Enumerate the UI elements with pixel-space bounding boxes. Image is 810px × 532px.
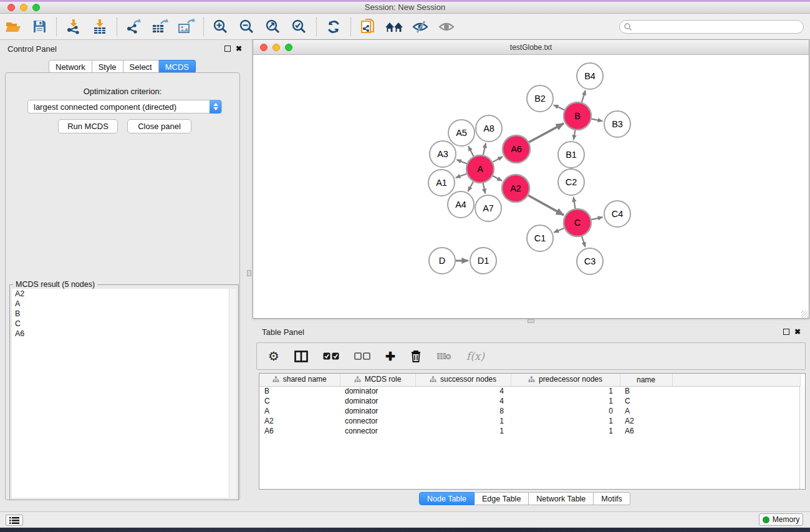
cell[interactable]: 1: [511, 386, 620, 396]
cell[interactable]: 0: [511, 406, 620, 416]
cell[interactable]: A6: [259, 426, 340, 436]
add-column-icon[interactable]: ✚: [385, 351, 395, 362]
task-history-button[interactable]: [6, 515, 23, 526]
result-item[interactable]: A: [12, 299, 229, 309]
close-panel-button[interactable]: Close panel: [127, 119, 191, 133]
zoom-in-icon[interactable]: [210, 17, 231, 37]
delete-table-icon[interactable]: [436, 352, 451, 360]
graph-node-A1[interactable]: A1: [428, 170, 455, 196]
splitter-handle-horizontal[interactable]: [528, 319, 534, 323]
network-window-titlebar[interactable]: testGlobe.txt: [253, 40, 809, 55]
zoom-selected-icon[interactable]: [289, 17, 310, 37]
open-session-icon[interactable]: [2, 17, 24, 37]
delete-column-trash-icon[interactable]: [410, 350, 422, 362]
cell[interactable]: 1: [415, 416, 511, 426]
table-row[interactable]: Adominator80A: [259, 406, 801, 416]
zoom-fit-icon[interactable]: [263, 17, 284, 37]
cell[interactable]: dominator: [340, 396, 415, 406]
splitter-handle-vertical[interactable]: [247, 270, 251, 276]
run-mcds-button[interactable]: Run MCDS: [58, 119, 118, 133]
window-resize-grip[interactable]: [801, 311, 808, 317]
graph-node-C4[interactable]: C4: [604, 201, 630, 227]
cell[interactable]: 4: [415, 386, 511, 396]
result-item[interactable]: C: [12, 319, 229, 329]
table-settings-gear-icon[interactable]: ⚙: [268, 350, 279, 362]
cell[interactable]: 1: [511, 416, 620, 426]
graph-node-B3[interactable]: B3: [604, 111, 630, 137]
graph-node-A8[interactable]: A8: [476, 115, 502, 142]
column-header-successor-nodes[interactable]: successor nodes: [415, 374, 511, 386]
graph-node-A7[interactable]: A7: [475, 195, 501, 221]
graph-node-A4[interactable]: A4: [448, 191, 474, 218]
graph-node-B2[interactable]: B2: [527, 85, 553, 112]
tab-node-table[interactable]: Node Table: [419, 492, 475, 505]
result-item[interactable]: B: [12, 309, 229, 319]
hide-eye-icon[interactable]: [410, 17, 431, 37]
cell[interactable]: A2: [259, 416, 340, 426]
cell[interactable]: A6: [620, 426, 672, 436]
import-table-icon[interactable]: [89, 17, 110, 37]
cell[interactable]: dominator: [340, 406, 415, 416]
cell[interactable]: 8: [415, 406, 511, 416]
search-input[interactable]: [619, 20, 804, 34]
optimization-criterion-select[interactable]: largest connected component (directed): [27, 100, 222, 114]
cell[interactable]: connector: [340, 416, 415, 426]
column-header-shared-name[interactable]: shared name: [259, 374, 340, 386]
column-header-mcds-role[interactable]: MCDS role: [340, 374, 415, 386]
table-row[interactable]: Bdominator41B: [259, 386, 801, 396]
tab-edge-table[interactable]: Edge Table: [475, 492, 529, 505]
memory-button[interactable]: Memory: [759, 513, 803, 526]
graph-node-C1[interactable]: C1: [527, 225, 553, 251]
graph-node-D[interactable]: D: [429, 248, 455, 274]
graph-node-B4[interactable]: B4: [577, 63, 603, 89]
result-scrollbar[interactable]: [229, 289, 236, 498]
new-network-from-selection-icon[interactable]: [357, 17, 378, 37]
graph-node-B[interactable]: B: [564, 102, 591, 130]
cell[interactable]: A: [259, 406, 340, 416]
cell[interactable]: 1: [511, 426, 620, 436]
home-icon[interactable]: [383, 17, 405, 37]
graph-node-D1[interactable]: D1: [470, 248, 496, 274]
cell[interactable]: 1: [511, 396, 620, 406]
tab-select[interactable]: Select: [123, 60, 159, 73]
tab-mcds[interactable]: MCDS: [159, 60, 196, 73]
cell[interactable]: 1: [415, 426, 511, 436]
column-header-predecessor-nodes[interactable]: predecessor nodes: [511, 374, 620, 386]
graph-node-A[interactable]: A: [466, 155, 494, 183]
cell[interactable]: 4: [415, 396, 511, 406]
graph-node-C2[interactable]: C2: [558, 169, 584, 195]
table-row[interactable]: A2connector11A2: [259, 416, 801, 426]
import-network-icon[interactable]: [63, 17, 84, 37]
network-canvas[interactable]: B4B2BB3A8A5A6A3B1AC2A1A2A4A7C4CC1C3DD1: [253, 55, 809, 318]
tab-network[interactable]: Network: [49, 60, 92, 73]
select-all-columns-icon[interactable]: [323, 352, 339, 360]
close-panel-icon[interactable]: ✖: [236, 46, 242, 52]
cell[interactable]: connector: [340, 426, 415, 436]
show-columns-icon[interactable]: [294, 351, 308, 362]
cell[interactable]: A: [620, 406, 672, 416]
zoom-out-icon[interactable]: [236, 17, 258, 37]
show-eye-icon[interactable]: [436, 17, 457, 37]
graph-node-C3[interactable]: C3: [577, 248, 603, 274]
result-item[interactable]: A6: [12, 329, 229, 339]
float-table-panel-icon[interactable]: [783, 329, 789, 335]
float-panel-icon[interactable]: [224, 46, 231, 52]
tab-motifs[interactable]: Motifs: [594, 492, 630, 505]
refresh-icon[interactable]: [323, 17, 344, 37]
graph-node-B1[interactable]: B1: [558, 142, 584, 168]
table-scrollbar[interactable]: [799, 386, 805, 489]
close-table-panel-icon[interactable]: ✖: [794, 329, 801, 335]
cell[interactable]: C: [259, 396, 340, 406]
export-network-icon[interactable]: [123, 17, 145, 37]
cell[interactable]: dominator: [340, 386, 415, 396]
result-item[interactable]: A2: [12, 289, 229, 299]
cell[interactable]: A2: [620, 416, 672, 426]
cell[interactable]: B: [259, 386, 340, 396]
function-builder-icon[interactable]: f(x): [466, 350, 485, 362]
deselect-all-columns-icon[interactable]: [354, 352, 370, 360]
export-table-icon[interactable]: [150, 17, 171, 37]
graph-node-C[interactable]: C: [564, 209, 591, 236]
save-session-icon[interactable]: [29, 17, 50, 37]
graph-node-A6[interactable]: A6: [503, 135, 530, 163]
graph-node-A3[interactable]: A3: [430, 141, 456, 167]
